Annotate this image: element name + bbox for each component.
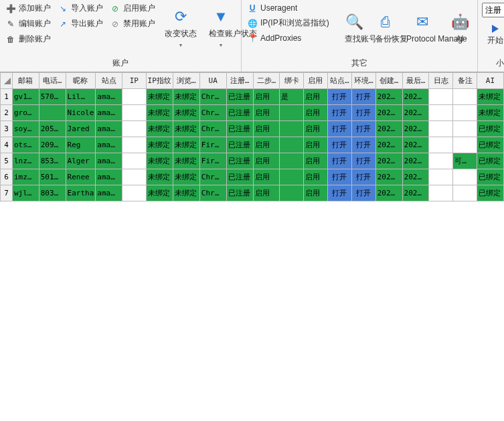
- cell-siteop[interactable]: 打开: [327, 137, 351, 153]
- row-number[interactable]: 7: [1, 185, 13, 201]
- cell-env[interactable]: 打开: [351, 89, 375, 105]
- column-header[interactable]: 电话…: [39, 73, 66, 89]
- cell-twostep[interactable]: 启用: [253, 185, 280, 201]
- cell-ipfp[interactable]: 未绑定: [146, 169, 173, 185]
- cell-email[interactable]: gv1…: [12, 89, 39, 105]
- row-number[interactable]: 3: [1, 121, 13, 137]
- table-row[interactable]: 5lnz…853…Algerama…未绑定未绑定Fir…已注册启用启用打开打开2…: [1, 153, 504, 169]
- cell-nick[interactable]: Reg: [66, 137, 96, 153]
- cell-reg[interactable]: 已注册: [226, 89, 253, 105]
- cell-siteop[interactable]: 打开: [327, 169, 351, 185]
- cell-siteop[interactable]: 打开: [327, 105, 351, 121]
- row-number[interactable]: 6: [1, 169, 13, 185]
- cell-browser[interactable]: 未绑定: [173, 121, 199, 137]
- column-header[interactable]: 绑卡: [280, 73, 304, 89]
- cell-created[interactable]: 202…: [375, 185, 402, 201]
- cell-ai[interactable]: 已绑定: [477, 137, 503, 153]
- column-header[interactable]: 邮箱: [12, 73, 39, 89]
- row-number[interactable]: 2: [1, 105, 13, 121]
- cell-note[interactable]: 可…: [453, 153, 477, 169]
- cell-site[interactable]: ama…: [96, 121, 122, 137]
- cell-email[interactable]: lnz…: [12, 153, 39, 169]
- cell-site[interactable]: ama…: [96, 185, 122, 201]
- cell-log[interactable]: [429, 169, 453, 185]
- cell-note[interactable]: [453, 185, 477, 201]
- cell-email[interactable]: gro…: [12, 105, 39, 121]
- cell-created[interactable]: 202…: [375, 153, 402, 169]
- cell-card[interactable]: [280, 105, 304, 121]
- protocol-manage-button[interactable]: ✉ Protocol Manage: [401, 1, 444, 55]
- cell-enable[interactable]: 启用: [304, 137, 328, 153]
- ip-fingerprint-button[interactable]: 🌐IP(IP和浏览器指纹): [244, 16, 338, 30]
- cell-note[interactable]: [453, 89, 477, 105]
- cell-browser[interactable]: 未绑定: [173, 105, 199, 121]
- cell-env[interactable]: 打开: [351, 105, 375, 121]
- cell-ipfp[interactable]: 未绑定: [146, 105, 173, 121]
- column-header[interactable]: 创建…: [375, 73, 402, 89]
- add-proxies-button[interactable]: 📍AddProxies: [244, 31, 338, 45]
- cell-ua[interactable]: Chr…: [199, 89, 226, 105]
- cell-enable[interactable]: 启用: [304, 89, 328, 105]
- cell-twostep[interactable]: 启用: [253, 153, 280, 169]
- cell-twostep[interactable]: 启用: [253, 105, 280, 121]
- cell-ua[interactable]: Chr…: [199, 121, 226, 137]
- cell-last[interactable]: 202…: [402, 121, 429, 137]
- column-header[interactable]: IP指纹: [146, 73, 173, 89]
- start-button[interactable]: 开始: [485, 23, 504, 46]
- cell-card[interactable]: 是: [280, 89, 304, 105]
- cell-ipfp[interactable]: 未绑定: [146, 153, 173, 169]
- cell-site[interactable]: ama…: [96, 105, 122, 121]
- cell-card[interactable]: [280, 137, 304, 153]
- cell-log[interactable]: [429, 137, 453, 153]
- disable-account-button[interactable]: ⊘禁用账户: [107, 17, 158, 31]
- table-row[interactable]: 6imz…501…Reneeama…未绑定未绑定Chr…已注册启用启用打开打开2…: [1, 169, 504, 185]
- cell-email[interactable]: ots…: [12, 137, 39, 153]
- cell-site[interactable]: ama…: [96, 89, 122, 105]
- cell-ai[interactable]: 未绑定: [477, 105, 503, 121]
- cell-card[interactable]: [280, 121, 304, 137]
- cell-browser[interactable]: 未绑定: [173, 89, 199, 105]
- cell-ipfp[interactable]: 未绑定: [146, 137, 173, 153]
- cell-nick[interactable]: Alger: [66, 153, 96, 169]
- cell-siteop[interactable]: 打开: [327, 185, 351, 201]
- cell-ua[interactable]: Chr…: [199, 169, 226, 185]
- cell-ai[interactable]: 已绑定: [477, 169, 503, 185]
- data-grid[interactable]: 邮箱电话…昵称站点IPIP指纹浏览…UA注册…二步…绑卡启用站点…环境…创建…最…: [0, 72, 504, 421]
- table-row[interactable]: 2gro…Nicoleama…未绑定未绑定Chr…已注册启用启用打开打开202……: [1, 105, 504, 121]
- row-number[interactable]: 1: [1, 89, 13, 105]
- cell-log[interactable]: [429, 105, 453, 121]
- cell-env[interactable]: 打开: [351, 185, 375, 201]
- cell-env[interactable]: 打开: [351, 137, 375, 153]
- cell-reg[interactable]: 已注册: [226, 137, 253, 153]
- cell-created[interactable]: 202…: [375, 137, 402, 153]
- cell-email[interactable]: imz…: [12, 169, 39, 185]
- cell-ip[interactable]: [122, 153, 147, 169]
- cell-ua[interactable]: Chr…: [199, 185, 226, 201]
- cell-ip[interactable]: [122, 105, 147, 121]
- cell-ip[interactable]: [122, 89, 147, 105]
- table-row[interactable]: 1gv1…570…Lil…ama…未绑定未绑定Chr…已注册启用是启用打开打开2…: [1, 89, 504, 105]
- add-account-button[interactable]: ➕添加账户: [3, 1, 54, 15]
- cell-note[interactable]: [453, 137, 477, 153]
- column-header[interactable]: 二步…: [253, 73, 280, 89]
- operation-select[interactable]: 注册: [482, 3, 504, 17]
- cell-created[interactable]: 202…: [375, 121, 402, 137]
- cell-browser[interactable]: 未绑定: [173, 185, 199, 201]
- column-header[interactable]: 浏览…: [173, 73, 199, 89]
- cell-log[interactable]: [429, 89, 453, 105]
- cell-ip[interactable]: [122, 137, 147, 153]
- column-header[interactable]: 环境…: [351, 73, 375, 89]
- cell-enable[interactable]: 启用: [304, 153, 328, 169]
- cell-email[interactable]: wjl…: [12, 185, 39, 201]
- table-row[interactable]: 4ots…209…Regama…未绑定未绑定Fir…已注册启用启用打开打开202…: [1, 137, 504, 153]
- column-header[interactable]: AI: [477, 73, 503, 89]
- cell-card[interactable]: [280, 185, 304, 201]
- import-account-button[interactable]: ↘导入账户: [55, 1, 106, 15]
- cell-created[interactable]: 202…: [375, 89, 402, 105]
- cell-reg[interactable]: 已注册: [226, 169, 253, 185]
- cell-nick[interactable]: Renee: [66, 169, 96, 185]
- cell-reg[interactable]: 已注册: [226, 185, 253, 201]
- cell-enable[interactable]: 启用: [304, 185, 328, 201]
- cell-ai[interactable]: 已绑定: [477, 121, 503, 137]
- cell-phone[interactable]: 853…: [39, 153, 66, 169]
